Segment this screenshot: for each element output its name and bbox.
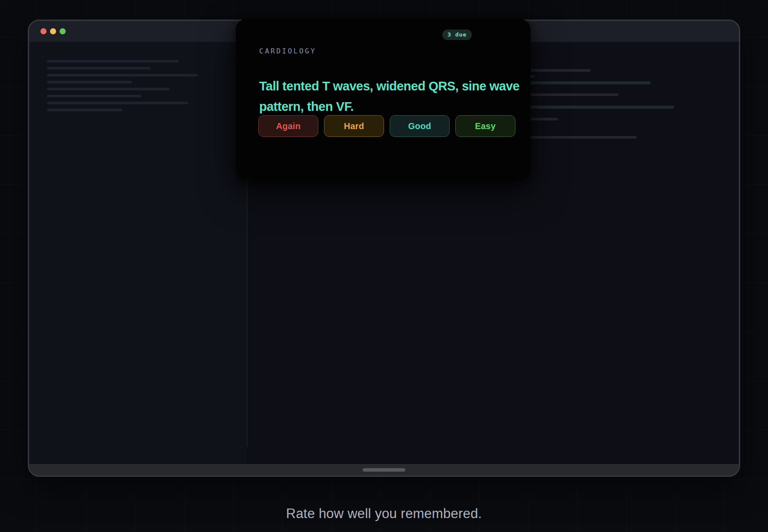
window-bottom-bar xyxy=(29,464,739,475)
rating-hard-button[interactable]: Hard xyxy=(324,115,384,137)
rating-good-button[interactable]: Good xyxy=(390,115,450,137)
left-skeleton-text xyxy=(47,60,247,116)
card-question-text: Tall tented T waves, widened QRS, sine w… xyxy=(259,76,527,117)
skeleton-line xyxy=(47,67,150,70)
window-drag-handle[interactable] xyxy=(363,468,405,472)
skeleton-line xyxy=(47,60,179,63)
skeleton-line xyxy=(47,88,170,90)
zoom-button-icon[interactable] xyxy=(60,28,66,34)
rating-easy-button[interactable]: Easy xyxy=(455,115,515,137)
rating-again-button[interactable]: Again xyxy=(258,115,318,137)
deck-label: CARDIOLOGY xyxy=(259,47,316,55)
skeleton-line xyxy=(47,102,188,104)
skeleton-line xyxy=(47,95,141,97)
rating-buttons-row: AgainHardGoodEasy xyxy=(258,115,515,137)
close-button-icon[interactable] xyxy=(40,28,47,34)
minimize-button-icon[interactable] xyxy=(50,28,56,34)
skeleton-line xyxy=(47,81,132,83)
app-background: 3 due CARDIOLOGY Tall tented T waves, wi… xyxy=(0,0,768,532)
skeleton-line xyxy=(47,109,122,111)
flashcard: 3 due CARDIOLOGY Tall tented T waves, wi… xyxy=(236,19,531,180)
skeleton-line xyxy=(47,74,198,76)
footer-hint-text: Rate how well you remembered. xyxy=(0,506,768,522)
due-count-badge: 3 due xyxy=(442,30,472,40)
